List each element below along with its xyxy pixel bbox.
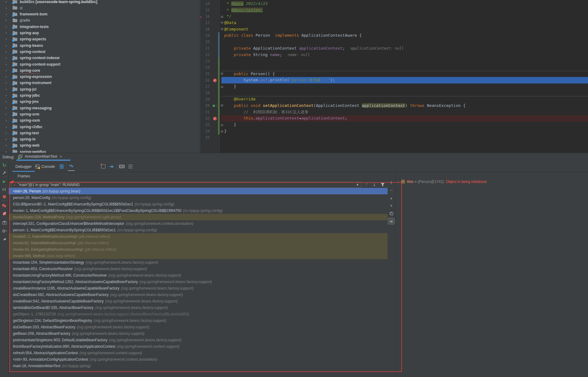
rerun-icon[interactable]: ↻ <box>0 162 9 168</box>
tree-item-spring-context-support[interactable]: ›spring-context-support <box>0 61 200 67</box>
fold-icon[interactable] <box>221 124 223 126</box>
tree-item-spring-oxm[interactable]: ›spring-oxm <box>0 117 200 124</box>
chevron-right-icon[interactable]: › <box>6 143 10 148</box>
tree-item-spring-expression[interactable]: ›spring-expression <box>0 74 200 80</box>
stack-frame-row[interactable]: invokeSuper:228, MethodProxy(org.springf… <box>9 214 388 220</box>
chevron-right-icon[interactable]: › <box>6 6 10 10</box>
mute-breakpoints-icon[interactable] <box>0 210 9 217</box>
stack-frame-row[interactable]: createBean:542, AbstractAutowireCapableB… <box>9 298 388 304</box>
chevron-right-icon[interactable]: › <box>6 99 10 104</box>
thread-up-icon[interactable]: ↑ <box>364 181 370 188</box>
fold-column[interactable] <box>220 26 224 33</box>
fold-icon[interactable] <box>221 130 223 132</box>
code-line-32[interactable]: 32✓ this.applicationContext=applicationC… <box>200 115 588 122</box>
code-line-23[interactable]: 23 <box>200 58 588 64</box>
stack-frame-row[interactable]: instantiate:154, SimpleInstantiationStra… <box>9 259 388 266</box>
code-line-16[interactable]: 16 */ <box>200 13 588 20</box>
stack-frame-row[interactable]: CGLIB$person$0:-1, MainConfig$$EnhancerB… <box>9 201 388 207</box>
fold-column[interactable] <box>220 20 224 26</box>
stack-frame-row[interactable]: getBean:208, AbstractBeanFactory(org.spr… <box>9 330 388 337</box>
fold-column[interactable] <box>220 45 224 52</box>
fold-icon[interactable] <box>221 104 223 107</box>
stack-frame-row[interactable]: invoke:566, Method(java.lang.reflect) <box>9 253 388 259</box>
fold-column[interactable] <box>220 13 224 20</box>
debug-session-tab[interactable]: AnnotationMainTest × <box>16 153 64 160</box>
code-line-35[interactable]: 35 <box>200 134 588 141</box>
hamburger-icon[interactable] <box>58 161 65 172</box>
gutter-marker-area[interactable] <box>210 7 220 14</box>
chevron-right-icon[interactable]: › <box>6 50 10 54</box>
fold-column[interactable] <box>220 122 224 128</box>
fold-icon[interactable] <box>221 22 223 24</box>
code-line-22[interactable]: 22 private String name;name: null <box>200 52 588 58</box>
resume-icon[interactable]: ▶ <box>0 178 9 184</box>
tree-item-integration-tests[interactable]: ›integration-tests <box>0 23 200 30</box>
code-line-24[interactable]: 24 <box>200 64 588 71</box>
code-line-29[interactable]: 29 @Override <box>200 96 588 103</box>
breakpoint-icon[interactable]: ✓ <box>213 117 217 120</box>
stack-frame-row[interactable]: refresh:554, AbstractApplicationContext(… <box>9 350 388 356</box>
gutter-marker-area[interactable] <box>210 13 220 20</box>
project-tree[interactable]: ›buildSrc [sourcecode-learn-spring.build… <box>0 0 200 153</box>
chevron-right-icon[interactable]: › <box>6 18 10 22</box>
fold-column[interactable] <box>220 103 224 109</box>
code-line-17[interactable]: 17@Data <box>200 20 588 26</box>
layout-settings-icon[interactable] <box>127 161 134 172</box>
thread-dump-camera-icon[interactable] <box>0 220 9 226</box>
stack-frame-row[interactable]: person:20, MainConfig(cn.hyqup.spring.co… <box>9 194 388 201</box>
fold-column[interactable] <box>220 1 224 7</box>
tree-item-spring-jcl[interactable]: ›spring-jcl <box>0 86 200 92</box>
code-line-34[interactable]: 34} <box>200 128 588 135</box>
chevron-right-icon[interactable]: › <box>6 137 10 141</box>
fold-column[interactable] <box>220 77 224 83</box>
stack-frame-row[interactable]: invoke0:-1, NativeMethodAccessorImpl(jdk… <box>9 233 388 240</box>
tree-item-spring-core[interactable]: ›spring-core <box>0 67 200 74</box>
tree-item-spring-beans[interactable]: ›spring-beans <box>0 42 200 49</box>
fold-icon[interactable] <box>221 15 223 18</box>
code-line-28[interactable]: 28 <box>200 90 588 96</box>
code-line-21[interactable]: 21 private ApplicationContext applicatio… <box>200 45 588 52</box>
pause-icon[interactable]: ▮▮ <box>0 186 9 192</box>
thread-dropdown[interactable]: ✓ "main"@1 in group "main": RUNNING ▼ <box>11 181 361 188</box>
code-line-25[interactable]: 25 public Person() { <box>200 71 588 77</box>
fold-column[interactable] <box>220 109 224 116</box>
run-to-cursor-icon[interactable]: ⇥ <box>108 161 115 172</box>
chevron-right-icon[interactable]: › <box>6 93 10 98</box>
tree-item-spring-r2dbc[interactable]: ›spring-r2dbc <box>0 124 200 130</box>
tab-debugger[interactable]: Debugger <box>12 161 35 172</box>
code-line-26[interactable]: 26✓ System.out.println("person 被创建..."); <box>200 77 588 83</box>
code-line-31[interactable]: 31 // 利用回调机制，将IOC注入进来 <box>200 109 588 116</box>
stack-frame-row[interactable]: preInstantiateSingletons:903, DefaultLis… <box>9 337 388 343</box>
chevron-right-icon[interactable]: › <box>6 62 10 67</box>
tree-item-spring-aop[interactable]: ›spring-aop <box>0 30 200 36</box>
tree-item-spring-context[interactable]: ›spring-context <box>0 48 200 55</box>
stack-frame-row[interactable]: instantiateUsingFactoryMethod:486, Const… <box>9 272 388 278</box>
code-line-14[interactable]: 14 * @date 2022/4/23 <box>200 1 588 7</box>
fold-column[interactable] <box>220 39 224 45</box>
code-editor[interactable]: 14 * @date 2022/4/2315 * @description:16… <box>200 0 588 153</box>
stack-frame-row[interactable]: person:-1, MainConfig$$EnhancerBySpringC… <box>9 227 388 233</box>
chevron-right-icon[interactable]: › <box>6 131 10 135</box>
fold-column[interactable] <box>220 7 224 14</box>
gutter-marker-area[interactable] <box>210 134 220 141</box>
stack-frame-row[interactable]: instantiateUsingFactoryMethod:1352, Abst… <box>9 278 388 285</box>
tree-item-spring-jdbc[interactable]: ›spring-jdbc <box>0 92 200 99</box>
tree-item-spring-instrument[interactable]: ›spring-instrument <box>0 80 200 86</box>
stack-frame-row[interactable]: getObject:-1, 1780132728(org.springframe… <box>9 311 388 317</box>
thread-down-icon[interactable]: ↓ <box>371 181 377 188</box>
chevron-right-icon[interactable]: › <box>6 112 10 116</box>
tree-item-spring-context-indexer[interactable]: ›spring-context-indexer <box>0 55 200 61</box>
tree-item-spring-jms[interactable]: ›spring-jms <box>0 99 200 105</box>
chevron-right-icon[interactable]: › <box>6 106 10 110</box>
move-up-icon[interactable]: ▲ <box>388 195 395 201</box>
fold-column[interactable] <box>220 58 224 64</box>
remove-icon[interactable]: − <box>388 187 395 193</box>
tree-item-spring-orm[interactable]: ›spring-orm <box>0 111 200 117</box>
pin-icon[interactable] <box>0 237 9 243</box>
chevron-right-icon[interactable]: › <box>6 75 10 79</box>
fold-column[interactable] <box>220 32 224 39</box>
fold-column[interactable] <box>220 115 224 122</box>
override-marker-icon[interactable]: ↑ <box>212 104 217 107</box>
fold-column[interactable] <box>220 71 224 77</box>
chevron-right-icon[interactable]: › <box>6 31 10 35</box>
